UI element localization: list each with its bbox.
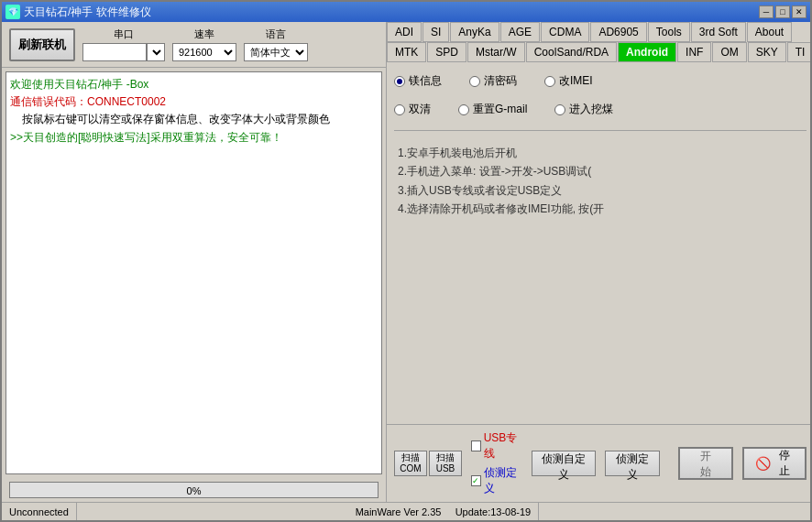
status-bar: Unconnected MainWare Ver 2.35 Update:13-…	[2, 502, 810, 520]
scan-usb-group: 扫描 USB	[429, 451, 462, 476]
main-window: 💎 天目钻石/神手 软件维修仪 ─ □ ✕ 刷新联机 串口 ▼	[0, 0, 812, 522]
divider-1	[394, 130, 807, 131]
radio-circle-5	[458, 104, 469, 115]
version-text: MainWare Ver 2.35 Update:13-08-19	[356, 506, 532, 517]
stop-button[interactable]: 🚫 停 止	[742, 447, 807, 480]
usb-cable-checkbox[interactable]: USB专线	[471, 430, 522, 462]
tab-ti[interactable]: TI	[787, 42, 810, 62]
right-content: 镁信息 清密码 改IMEI 双清	[387, 62, 810, 424]
progress-area: 0%	[2, 478, 386, 502]
lang-group: 语言 简体中文	[244, 27, 308, 61]
progress-text: 0%	[10, 483, 378, 499]
radio-double-clear[interactable]: 双清	[394, 102, 431, 117]
tab-row-2: MTK SPD Mstar/W CoolSand/RDA Android INF…	[387, 42, 810, 62]
radio-circle-1	[394, 76, 405, 87]
log-area: 欢迎使用天目钻石/神手 -Box 通信错误代码：CONNECT0002 按鼠标右…	[5, 71, 382, 474]
log-line-2: 通信错误代码：CONNECT0002	[10, 93, 378, 111]
tab-adi[interactable]: ADI	[387, 22, 422, 42]
radio-reset-gmail[interactable]: 重置G-mail	[458, 102, 527, 117]
tab-inf[interactable]: INF	[677, 42, 711, 62]
lang-label: 语言	[266, 27, 286, 41]
radio-clear-password[interactable]: 清密码	[469, 73, 517, 89]
serial-group: 串口 ▼	[82, 27, 165, 61]
scan-usb-button[interactable]: 扫描 USB	[429, 451, 462, 476]
detect-define-checkbox[interactable]: ✓ 侦测定义	[471, 465, 522, 496]
tab-spd[interactable]: SPD	[427, 42, 466, 62]
radio-enter-mining[interactable]: 进入挖煤	[554, 102, 613, 117]
info-line-1: 1.安卓手机装电池后开机	[398, 144, 803, 162]
scan-com-button[interactable]: 扫描 COM	[394, 451, 427, 476]
radio-circle-2	[469, 76, 480, 87]
lang-select[interactable]: 简体中文	[244, 43, 308, 61]
bottom-controls: 扫描 COM 扫描 USB USB专线 ✓ 侦测定义	[387, 424, 810, 502]
radio-label-3: 改IMEI	[559, 73, 593, 89]
connection-status: Unconnected	[2, 503, 77, 520]
log-line-4: >>天目创造的[聪明快速写法]采用双重算法，安全可靠！	[10, 129, 378, 147]
tab-tools[interactable]: Tools	[648, 22, 690, 42]
tab-anyka[interactable]: AnyKa	[450, 22, 499, 42]
version-info: MainWare Ver 2.35 Update:13-08-19	[348, 503, 540, 520]
custom-detect-button[interactable]: 侦测自定义	[532, 451, 597, 476]
maximize-button[interactable]: □	[775, 5, 790, 18]
app-icon: 💎	[5, 5, 20, 19]
info-text: 1.安卓手机装电池后开机 2.手机进入菜单: 设置->开发->USB调试( 3.…	[394, 140, 807, 417]
tab-3rdsoft[interactable]: 3rd Soft	[691, 22, 746, 42]
scan-com-group: 扫描 COM	[394, 451, 427, 476]
detect-define-button[interactable]: 侦测定义	[605, 451, 660, 476]
radio-label-6: 进入挖煤	[569, 102, 613, 117]
radio-label-5: 重置G-mail	[473, 102, 527, 117]
tab-sky[interactable]: SKY	[748, 42, 786, 62]
serial-label: 串口	[114, 27, 134, 41]
tab-ad6905[interactable]: AD6905	[590, 22, 646, 42]
baud-label: 速率	[194, 27, 214, 41]
serial-dropdown[interactable]: ▼	[147, 43, 165, 61]
minimize-button[interactable]: ─	[759, 5, 774, 18]
radio-label-2: 清密码	[484, 73, 517, 89]
radio-circle-3	[544, 76, 555, 87]
progress-bar-container: 0%	[9, 482, 379, 498]
right-panel: ADI SI AnyKa AGE CDMA AD6905 Tools 3rd S…	[387, 22, 810, 502]
radio-label-1: 镁信息	[409, 73, 442, 89]
stop-label: 停 止	[774, 448, 794, 479]
tab-mtk[interactable]: MTK	[387, 42, 426, 62]
window-title: 天目钻石/神手 软件维修仪	[24, 5, 759, 20]
close-button[interactable]: ✕	[792, 5, 807, 18]
radio-circle-6	[554, 104, 565, 115]
radio-change-imei[interactable]: 改IMEI	[544, 73, 593, 89]
left-panel: 刷新联机 串口 ▼ 速率 921600	[2, 22, 387, 502]
usb-checkbox-box	[471, 440, 481, 451]
radio-circle-4	[394, 104, 405, 115]
tab-coolsand[interactable]: CoolSand/RDA	[526, 42, 617, 62]
tab-about[interactable]: About	[747, 22, 792, 42]
title-bar: 💎 天目钻石/神手 软件维修仪 ─ □ ✕	[2, 2, 810, 22]
connection-text: Unconnected	[9, 506, 69, 517]
tab-age[interactable]: AGE	[500, 22, 540, 42]
stop-icon: 🚫	[755, 456, 771, 471]
refresh-button[interactable]: 刷新联机	[9, 28, 75, 61]
detect-checkbox-box: ✓	[471, 475, 481, 486]
radio-label-4: 双清	[409, 102, 431, 117]
window-controls: ─ □ ✕	[759, 5, 807, 18]
usb-cable-label: USB专线	[484, 430, 522, 462]
radio-mixin-info[interactable]: 镁信息	[394, 73, 442, 89]
tab-row-1: ADI SI AnyKa AGE CDMA AD6905 Tools 3rd S…	[387, 22, 810, 42]
start-button[interactable]: 开 始	[678, 447, 733, 480]
radio-row-1: 镁信息 清密码 改IMEI	[394, 70, 807, 92]
radio-row-2: 双清 重置G-mail 进入挖煤	[394, 98, 807, 121]
tab-cdma[interactable]: CDMA	[541, 22, 589, 42]
info-line-3: 3.插入USB专线或者设定USB定义	[398, 181, 803, 200]
tab-si[interactable]: SI	[422, 22, 449, 42]
info-line-2: 2.手机进入菜单: 设置->开发->USB调试(	[398, 162, 803, 180]
detect-define-label: 侦测定义	[484, 465, 522, 496]
log-line-3: 按鼠标右键可以清空或保存窗体信息、改变字体大小或背景颜色	[10, 111, 378, 128]
scan-buttons: 扫描 COM 扫描 USB	[394, 451, 462, 476]
tab-android[interactable]: Android	[618, 42, 676, 62]
serial-input[interactable]	[82, 43, 147, 61]
tab-om[interactable]: OM	[712, 42, 746, 62]
toolbar: 刷新联机 串口 ▼ 速率 921600	[2, 22, 386, 68]
baud-group: 速率 921600	[172, 27, 236, 61]
tab-mstar[interactable]: Mstar/W	[467, 42, 525, 62]
baud-select[interactable]: 921600	[172, 43, 236, 61]
checkbox-group: USB专线 ✓ 侦测定义	[471, 430, 522, 496]
log-line-1: 欢迎使用天目钻石/神手 -Box	[10, 76, 378, 93]
